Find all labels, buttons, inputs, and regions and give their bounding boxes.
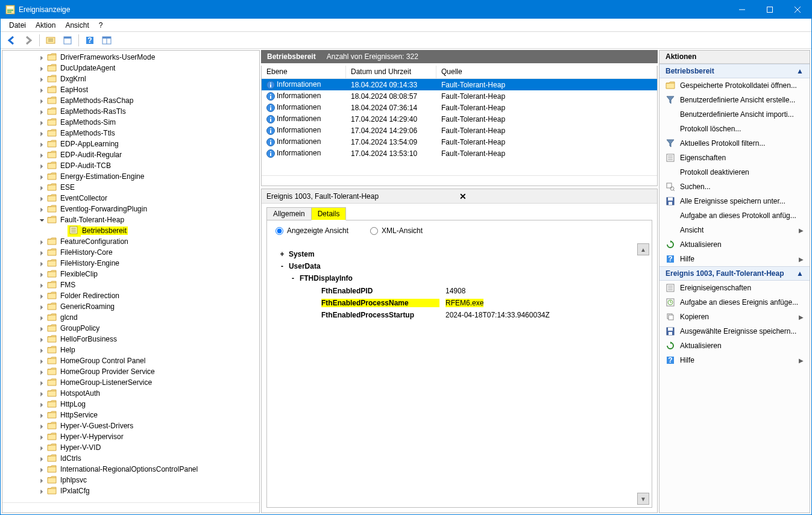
tree-folder-item[interactable]: ⏵EapMethods-Sim [2, 117, 259, 128]
menu-help[interactable]: ? [94, 20, 108, 31]
expand-arrow-icon[interactable]: ⏵ [39, 293, 46, 299]
action-item[interactable]: Eigenschaften [659, 151, 810, 165]
tree-folder-item[interactable]: ⏷Fault-Tolerant-Heap [2, 214, 259, 225]
tree-folder-item[interactable]: ⏵EDP-Audit-TCB [2, 160, 259, 171]
expand-arrow-icon[interactable]: ⏵ [39, 488, 46, 495]
expand-arrow-icon[interactable]: ⏷ [39, 217, 46, 223]
expand-arrow-icon[interactable]: ⏵ [39, 130, 46, 137]
col-ebene[interactable]: Ebene [262, 66, 346, 78]
back-button[interactable] [4, 33, 19, 48]
node-fthdisplayinfo[interactable]: - FTHDisplayInfo [289, 273, 641, 283]
action-item[interactable]: Kopieren▶ [659, 310, 810, 324]
expand-arrow-icon[interactable]: ⏵ [39, 379, 46, 386]
close-button[interactable] [784, 1, 811, 19]
expand-arrow-icon[interactable]: ⏵ [39, 65, 46, 72]
expand-arrow-icon[interactable]: ⏵ [39, 390, 46, 397]
action-item[interactable]: Alle Ereignisse speichern unter... [659, 194, 810, 208]
tree-folder-item[interactable]: ⏵DriverFrameworks-UserMode [2, 52, 259, 63]
radio-friendly-input[interactable] [275, 227, 283, 235]
expand-arrow-icon[interactable]: ⏵ [39, 173, 46, 180]
action-item[interactable]: Aktualisieren [659, 339, 810, 353]
tree-folder-item[interactable]: ⏵Hyper-V-Hypervisor [2, 431, 259, 442]
action-item[interactable]: Aufgabe an dieses Ereignis anfüge... [659, 295, 810, 310]
expand-arrow-icon[interactable]: ⏵ [39, 249, 46, 256]
expand-arrow-icon[interactable]: ⏵ [39, 184, 46, 191]
expand-arrow-icon[interactable]: ⏵ [39, 152, 46, 158]
menu-aktion[interactable]: Aktion [31, 20, 60, 31]
detail-scroll-down[interactable]: ▼ [637, 493, 649, 505]
grid-body[interactable]: Informationen18.04.2024 09:14:33Fault-To… [262, 79, 657, 175]
expand-arrow-icon[interactable]: ⏵ [39, 87, 46, 93]
expand-arrow-icon[interactable]: ⏵ [39, 76, 46, 83]
expand-arrow-icon[interactable]: ⏵ [39, 108, 46, 115]
action-item[interactable]: Aufgabe an dieses Protokoll anfüg... [659, 208, 810, 223]
node-userdata[interactable]: - UserData [278, 261, 641, 271]
forward-button[interactable] [21, 33, 36, 48]
expand-arrow-icon[interactable]: ⏵ [39, 141, 46, 148]
expand-arrow-icon[interactable]: ⏵ [39, 445, 46, 451]
tree-folder-item[interactable]: ⏵Eventlog-ForwardingPlugin [2, 204, 259, 214]
tree-folder-item[interactable]: ⏵DucUpdateAgent [2, 63, 259, 73]
expand-arrow-icon[interactable]: ⏵ [39, 163, 46, 169]
tree-folder-item[interactable]: ⏵International-RegionalOptionsControlPan… [2, 464, 259, 475]
event-row[interactable]: Informationen17.04.2024 14:29:06Fault-To… [262, 125, 657, 136]
tab-allgemein[interactable]: Allgemein [266, 207, 312, 220]
tree-folder-item[interactable]: ⏵FlexibleClip [2, 269, 259, 279]
tree-folder-item[interactable]: ⏵IdCtrls [2, 453, 259, 464]
expand-arrow-icon[interactable]: ⏵ [39, 369, 46, 375]
expand-arrow-icon[interactable]: ⏵ [39, 336, 46, 343]
detail-close-button[interactable]: ✕ [457, 192, 652, 201]
expand-arrow-icon[interactable]: ⏵ [39, 434, 46, 440]
expand-arrow-icon[interactable]: ⏵ [39, 271, 46, 278]
tree-folder-item[interactable]: ⏵Iphlpsvc [2, 475, 259, 485]
expand-arrow-icon[interactable]: ⏵ [39, 455, 46, 462]
node-system[interactable]: + System [278, 249, 641, 259]
help-button[interactable]: ? [83, 33, 97, 48]
tree-folder-item[interactable]: ⏵EapMethods-RasChap [2, 95, 259, 106]
action-item[interactable]: Benutzerdefinierte Ansicht erstelle... [659, 93, 810, 107]
expand-arrow-icon[interactable]: ⏵ [39, 304, 46, 310]
action-item[interactable]: Suchen... [659, 179, 810, 194]
event-row[interactable]: Informationen18.04.2024 09:14:33Fault-To… [262, 79, 657, 90]
tree-folder-item[interactable]: ⏵GenericRoaming [2, 301, 259, 312]
tab-details[interactable]: Details [311, 207, 347, 220]
action-item[interactable]: Protokoll löschen... [659, 122, 810, 136]
tree-folder-item[interactable]: ⏵EDP-AppLearning [2, 139, 259, 149]
tree-log-item[interactable]: Betriebsbereit [2, 225, 259, 236]
expand-arrow-icon[interactable]: ⏵ [39, 347, 46, 354]
tree-horizontal-scrollbar[interactable] [2, 502, 259, 513]
tree-folder-item[interactable]: ⏵FileHistory-Core [2, 247, 259, 258]
action-item[interactable]: Benutzerdefinierte Ansicht importi... [659, 107, 810, 122]
expand-arrow-icon[interactable]: ⏵ [39, 314, 46, 321]
tree-folder-item[interactable]: ⏵DxgKrnl [2, 73, 259, 84]
tree-folder-item[interactable]: ⏵EDP-Audit-Regular [2, 149, 259, 160]
action-item[interactable]: Gespeicherte Protokolldatei öffnen... [659, 78, 810, 93]
tree-folder-item[interactable]: ⏵EapHost [2, 84, 259, 95]
menu-datei[interactable]: Datei [4, 20, 31, 31]
action-item[interactable]: Protokoll deaktivieren [659, 165, 810, 179]
tree-folder-item[interactable]: ⏵FileHistory-Engine [2, 258, 259, 269]
tree-folder-item[interactable]: ⏵EapMethods-RasTls [2, 106, 259, 117]
minimize-button[interactable] [728, 1, 756, 19]
properties-button[interactable] [60, 33, 75, 48]
tree-folder-item[interactable]: ⏵IPxlatCfg [2, 485, 259, 496]
expand-arrow-icon[interactable]: ⏵ [39, 401, 46, 408]
expand-arrow-icon[interactable]: ⏵ [39, 477, 46, 484]
event-row[interactable]: Informationen17.04.2024 13:53:10Fault-To… [262, 148, 657, 159]
tree-folder-item[interactable]: ⏵HelloForBusiness [2, 334, 259, 345]
tree-folder-item[interactable]: ⏵HotspotAuth [2, 388, 259, 399]
tree-folder-item[interactable]: ⏵HttpLog [2, 399, 259, 410]
tree-folder-item[interactable]: ⏵HomeGroup-ListenerService [2, 377, 259, 388]
action-item[interactable]: Ansicht▶ [659, 223, 810, 237]
tree-folder-item[interactable]: ⏵EventCollector [2, 193, 259, 204]
tree-folder-item[interactable]: ⏵GroupPolicy [2, 323, 259, 334]
expand-arrow-icon[interactable]: ⏵ [39, 412, 46, 419]
actions-section-betriebsbereit[interactable]: Betriebsbereit ▲ [659, 64, 810, 78]
show-tree-button[interactable] [43, 33, 58, 48]
expand-arrow-icon[interactable]: ⏵ [39, 195, 46, 202]
expand-arrow-icon[interactable]: ⏵ [39, 206, 46, 213]
panel-layout-button[interactable] [99, 33, 114, 48]
action-item[interactable]: ?Hilfe▶ [659, 252, 810, 266]
detail-scroll-up[interactable]: ▲ [637, 243, 649, 255]
action-item[interactable]: Aktualisieren [659, 237, 810, 252]
